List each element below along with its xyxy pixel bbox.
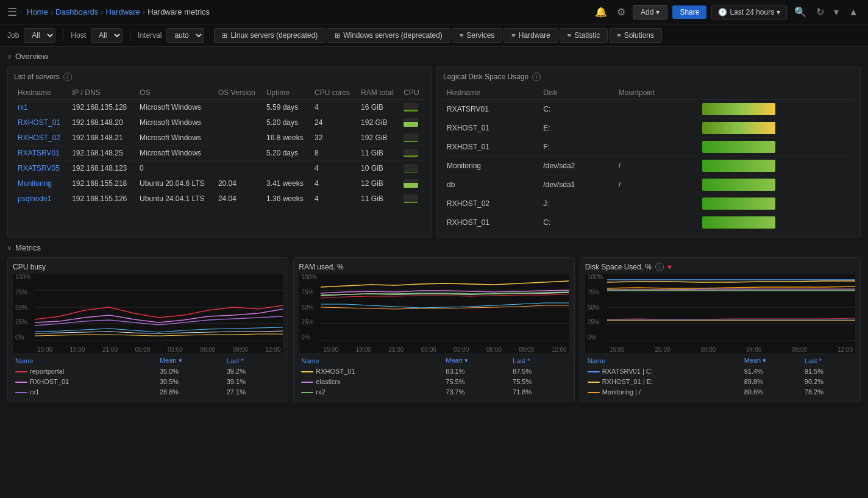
- cpu-x-labels: 15:00 18:00 21:00 00:00 03:00 06:00 09:0…: [35, 346, 283, 353]
- server-row[interactable]: psqlnode1 192.168.155.126 Ubuntu 24.04.1…: [14, 191, 425, 207]
- server-cpu-cores: 4: [311, 176, 357, 191]
- ram-legend-mean-col[interactable]: Mean ▾: [443, 355, 510, 366]
- server-hostname: Monitoring: [14, 176, 68, 191]
- disk-hostname: db: [443, 176, 539, 194]
- tab-solutions[interactable]: ≡ Solutions: [609, 28, 662, 43]
- server-uptime: 3.41 weeks: [263, 176, 311, 191]
- ram-used-panel: RAM used, % 100% 75% 50% 25% 0%: [293, 257, 574, 402]
- disk-row[interactable]: RXHOST_02 J:: [443, 194, 854, 213]
- server-os-version: [215, 161, 263, 176]
- server-hostname: psqlnode1: [14, 191, 68, 207]
- cpu-legend-last-col[interactable]: Last *: [224, 355, 283, 366]
- servers-info-icon[interactable]: i: [63, 73, 72, 81]
- collapse-button[interactable]: ▲: [846, 4, 861, 20]
- server-os: 0: [136, 161, 215, 176]
- ram-legend-name-col[interactable]: Name: [299, 355, 443, 366]
- add-button[interactable]: Add ▾: [633, 5, 667, 20]
- disk-bar-cell: [699, 213, 854, 232]
- col-cpu: CPU: [400, 86, 425, 100]
- disk-name: J:: [539, 194, 615, 213]
- tab-statistic[interactable]: ≡ Statistic: [560, 28, 608, 43]
- disk-bar-cell: [699, 157, 854, 176]
- server-hostname: rx1: [14, 100, 68, 115]
- col-hostname: Hostname: [14, 86, 68, 100]
- disk-panel: Logical Disk Space Usage i Hostname Disk…: [436, 66, 861, 238]
- server-row[interactable]: rx1 192.168.135.128 Microsoft Windows 5.…: [14, 100, 425, 115]
- disk-space-panel: Disk Space Used, % i ♥ 100% 75% 50% 25% …: [580, 257, 861, 402]
- share-button[interactable]: Share: [672, 5, 706, 19]
- job-label: Job: [7, 31, 19, 40]
- ram-y-labels: 100% 75% 50% 25% 0%: [299, 274, 321, 341]
- cpu-legend-mean-col[interactable]: Mean ▾: [157, 355, 224, 366]
- host-select[interactable]: All: [91, 28, 123, 43]
- bell-button[interactable]: 🔔: [592, 4, 610, 20]
- disk-space-title: Disk Space Used, % i ♥: [585, 263, 855, 271]
- server-row[interactable]: Monitoring 192.168.155.218 Ubuntu 20.04.…: [14, 176, 425, 191]
- server-row[interactable]: RXHOST_02 192.168.148.21 Microsoft Windo…: [14, 130, 425, 146]
- disk-mountpoint: [615, 119, 699, 138]
- topnav-actions: 🔔 ⚙ Add ▾ Share 🕐 Last 24 hours ▾ 🔍 ↻ ▾ …: [592, 4, 861, 20]
- disk-mountpoint: [615, 213, 699, 232]
- zoom-out-button[interactable]: 🔍: [792, 4, 809, 20]
- server-os-version: [215, 146, 263, 161]
- breadcrumb-hardware[interactable]: Hardware: [105, 7, 140, 16]
- filter-separator-2: [130, 29, 130, 41]
- server-row[interactable]: RXHOST_01 192.168.148.20 Microsoft Windo…: [14, 115, 425, 130]
- disk-table: Hostname Disk Mountpoint RXATSRV01 C: RX…: [443, 86, 854, 232]
- main-content: ∨ Overview List of servers i Hostname IP…: [0, 47, 868, 407]
- server-row[interactable]: RXATSRV05 192.168.148.123 0 4 10 GiB: [14, 161, 425, 176]
- disk-row[interactable]: RXHOST_01 F:: [443, 138, 854, 157]
- overview-section-title[interactable]: ∨ Overview: [7, 52, 861, 61]
- hamburger-icon[interactable]: ☰: [7, 5, 17, 19]
- server-uptime: 16.8 weeks: [263, 130, 311, 146]
- col-cpu-cores: CPU cores: [311, 86, 357, 100]
- server-os-version: 24.04: [215, 191, 263, 207]
- gear-button[interactable]: ⚙: [614, 4, 628, 20]
- disk-mountpoint: /: [615, 176, 699, 194]
- cpu-legend-name-col[interactable]: Name: [13, 355, 157, 366]
- breadcrumb-current: Hardware metrics: [148, 7, 210, 16]
- cpu-busy-svg: [35, 274, 283, 341]
- server-ip: 192.168.135.128: [68, 100, 136, 115]
- col-os: OS: [136, 86, 215, 100]
- disk-legend-name-col[interactable]: Name: [585, 355, 742, 366]
- server-hostname: RXHOST_02: [14, 130, 68, 146]
- breadcrumb-dashboards[interactable]: Dashboards: [55, 7, 98, 16]
- server-cpu-cores: 24: [311, 115, 357, 130]
- disk-row[interactable]: RXHOST_01 E:: [443, 119, 854, 138]
- server-ip: 192.168.148.20: [68, 115, 136, 130]
- server-hostname: RXHOST_01: [14, 115, 68, 130]
- server-ram: 11 GiB: [357, 191, 400, 207]
- cpu-legend: Name Mean ▾ Last * reportportal 35.0% 39…: [13, 355, 283, 397]
- heart-icon: ♥: [667, 263, 672, 271]
- metrics-section-title[interactable]: ∨ Metrics: [7, 243, 861, 252]
- refresh-button[interactable]: ↻: [814, 4, 827, 20]
- disk-space-info-icon[interactable]: i: [655, 263, 664, 271]
- cpu-busy-panel: CPU busy 100% 75% 50% 25% 0%: [7, 257, 288, 402]
- interval-select[interactable]: auto: [166, 28, 204, 43]
- breadcrumb-home[interactable]: Home: [27, 7, 48, 16]
- breadcrumb: Home › Dashboards › Hardware › Hardware …: [27, 7, 588, 16]
- col-ip: IP / DNS: [68, 86, 136, 100]
- ram-legend-last-col[interactable]: Last *: [510, 355, 569, 366]
- disk-info-icon[interactable]: i: [532, 73, 541, 81]
- server-row[interactable]: RXATSRV01 192.168.148.25 Microsoft Windo…: [14, 146, 425, 161]
- ram-svg: [321, 274, 569, 341]
- job-select[interactable]: All: [24, 28, 55, 43]
- disk-legend-last-col[interactable]: Last *: [802, 355, 855, 366]
- tab-services[interactable]: ≡ Services: [452, 28, 502, 43]
- tab-hardware[interactable]: ≡ Hardware: [503, 28, 558, 43]
- metrics-grid: CPU busy 100% 75% 50% 25% 0%: [7, 257, 861, 402]
- disk-row[interactable]: RXATSRV01 C:: [443, 100, 854, 119]
- disk-legend-mean-col[interactable]: Mean ▾: [742, 355, 802, 366]
- disk-row[interactable]: Monitoring /dev/sda2 /: [443, 157, 854, 176]
- disk-hostname: RXHOST_01: [443, 138, 539, 157]
- time-range-button[interactable]: 🕐 Last 24 hours ▾: [711, 5, 787, 20]
- disk-row[interactable]: db /dev/sda1 /: [443, 176, 854, 194]
- tab-windows-servers[interactable]: ⊞ Windows servers (deprecated): [327, 28, 450, 43]
- tab-linux-servers[interactable]: ⊞ Linux servers (deprecated): [214, 28, 326, 43]
- disk-hostname: RXHOST_02: [443, 194, 539, 213]
- servers-panel-title: List of servers i: [14, 73, 425, 81]
- disk-row[interactable]: RXHOST_01 C:: [443, 213, 854, 232]
- more-options-button[interactable]: ▾: [831, 4, 841, 20]
